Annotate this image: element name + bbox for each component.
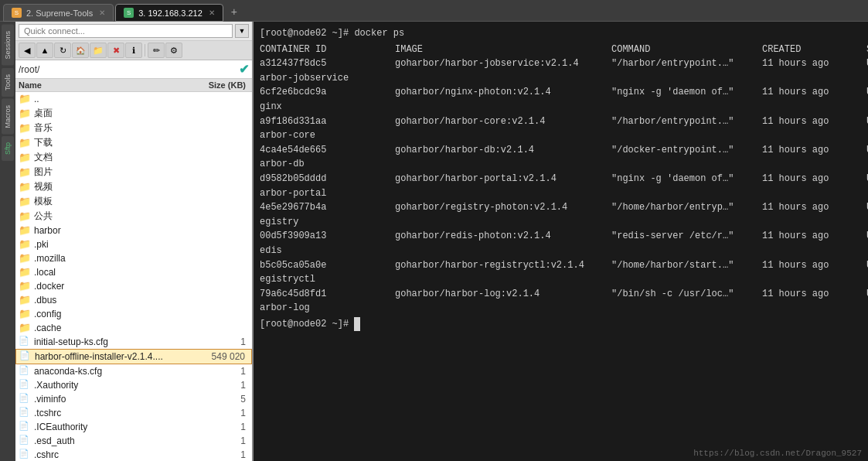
file-name: 文档: [34, 151, 187, 164]
terminal-name-row: arbor-log: [260, 301, 862, 316]
tab-icon-orange: S: [12, 8, 22, 18]
tab-supreme-tools[interactable]: S 2. Supreme-Tools ✕: [3, 4, 114, 22]
list-item[interactable]: 📄 .ICEauthority 1: [15, 420, 252, 434]
file-name: 模板: [34, 195, 187, 208]
terminal-data-row: 4ca4e54de665 goharbor/harbor-db:v2.1.4 "…: [260, 143, 862, 158]
list-item[interactable]: 📄 initial-setup-ks.cfg 1: [15, 335, 252, 349]
file-name: .cshrc: [34, 449, 187, 460]
container-id: 79a6c45d8fd1: [260, 287, 395, 302]
container-image: goharbor/harbor-db:v2.1.4: [395, 143, 611, 158]
settings-button[interactable]: ⚙: [165, 43, 182, 58]
file-size: 1: [187, 449, 249, 460]
col-header-image: IMAGE: [395, 43, 611, 57]
file-name: initial-setup-ks.cfg: [34, 336, 187, 347]
side-tab-tools[interactable]: Tools: [2, 68, 14, 97]
list-item[interactable]: 📁 .cache: [15, 321, 252, 335]
terminal-name-row: egistryctl: [260, 272, 862, 287]
delete-button[interactable]: ✖: [107, 43, 124, 58]
tab-192[interactable]: S 3. 192.168.3.212 ✕: [115, 4, 223, 22]
list-item[interactable]: 📁 桌面: [15, 106, 252, 121]
terminal-data-row: 4e5e29677b4a goharbor/registry-photon:v2…: [260, 200, 862, 215]
tab-supreme-tools-close[interactable]: ✕: [99, 9, 105, 17]
home-button[interactable]: 🏠: [72, 43, 89, 58]
path-input[interactable]: [19, 64, 236, 75]
folder-icon: 📁: [19, 166, 31, 179]
terminal-data-row: a312437f8dc5 goharbor/harbor-jobservice:…: [260, 56, 862, 71]
refresh-button[interactable]: ↻: [54, 43, 71, 58]
tab-192-label: 3. 192.168.3.212: [138, 9, 203, 18]
container-id: b5c05ca05a0e: [260, 258, 395, 273]
file-name: .esd_auth: [34, 435, 187, 446]
container-command: "nginx -g 'daemon of…": [611, 172, 762, 186]
list-item[interactable]: 📁 .config: [15, 307, 252, 321]
list-item[interactable]: 📁 下载: [15, 135, 252, 150]
list-item[interactable]: 📁 .mozilla: [15, 251, 252, 265]
info-button[interactable]: ℹ: [125, 43, 142, 58]
container-image: goharbor/harbor-portal:v2.1.4: [395, 172, 611, 186]
list-item[interactable]: 📁 ..: [15, 92, 252, 106]
terminal-data-row: 6cf2e6bcdc9a goharbor/nginx-photon:v2.1.…: [260, 85, 862, 100]
file-name: .tcshrc: [34, 408, 187, 418]
container-created: 11 hours ago: [762, 200, 866, 215]
folder-icon: 📁: [19, 322, 31, 334]
tab-192-close[interactable]: ✕: [209, 9, 215, 17]
new-folder-button[interactable]: 📁: [90, 43, 107, 58]
list-item[interactable]: 📄 .Xauthority 1: [15, 378, 252, 392]
quick-connect-input[interactable]: [19, 24, 233, 38]
terminal-data-row: 79a6c45d8fd1 goharbor/harbor-log:v2.1.4 …: [260, 287, 862, 302]
container-image: goharbor/harbor-registryctl:v2.1.4: [395, 258, 611, 273]
watermark: https://blog.csdn.net/Dragon_9527: [254, 447, 868, 461]
terminal-name-row: arbor-db: [260, 157, 862, 172]
side-tab-macros[interactable]: Macros: [2, 99, 14, 135]
tabs-bar: S 2. Supreme-Tools ✕ S 3. 192.168.3.212 …: [0, 0, 868, 22]
file-icon: 📄: [19, 449, 31, 461]
file-name: .Xauthority: [34, 380, 187, 391]
list-item[interactable]: 📁 音乐: [15, 121, 252, 135]
folder-icon: 📁: [19, 181, 31, 193]
tab-add-button[interactable]: +: [225, 2, 243, 21]
terminal-data-row: b5c05ca05a0e goharbor/harbor-registryctl…: [260, 258, 862, 273]
list-item[interactable]: 📄 .esd_auth 1: [15, 434, 252, 448]
terminal-name-row: edis: [260, 244, 862, 258]
list-item[interactable]: 📁 图片: [15, 165, 252, 179]
container-image: goharbor/harbor-jobservice:v2.1.4: [395, 56, 611, 71]
side-tab-sftp[interactable]: Sftp: [2, 136, 14, 161]
container-command: "/home/harbor/entryp…": [611, 200, 762, 215]
list-item[interactable]: 📁 公共: [15, 209, 252, 224]
nav-up-button[interactable]: ▲: [36, 43, 53, 58]
file-name: .local: [34, 267, 187, 278]
list-item[interactable]: 📁 .local: [15, 265, 252, 279]
rename-button[interactable]: ✏: [148, 43, 165, 58]
file-toolbar: ◀ ▲ ↻ 🏠 📁 ✖ ℹ ✏ ⚙: [15, 41, 252, 60]
file-name: .dbus: [34, 295, 187, 306]
harbor-installer-item[interactable]: 📄 harbor-offline-installer-v2.1.4.... 54…: [15, 349, 252, 364]
file-name: .docker: [34, 281, 187, 292]
list-item[interactable]: 📄 .viminfo 5: [15, 392, 252, 406]
list-item[interactable]: 📄 anaconda-ks.cfg 1: [15, 364, 252, 378]
side-tab-sessions[interactable]: Sessions: [2, 25, 14, 66]
container-id: 4ca4e54de665: [260, 143, 395, 158]
terminal-content[interactable]: [root@node02 ~]# docker ps CONTAINER ID …: [254, 22, 868, 447]
container-command: "/home/harbor/start.…": [611, 258, 762, 273]
list-item[interactable]: 📄 .cshrc 1: [15, 448, 252, 461]
file-size: 549 020: [186, 351, 248, 362]
list-item[interactable]: 📁 文档: [15, 150, 252, 165]
terminal-name-row: egistry: [260, 215, 862, 230]
file-name: ..: [34, 94, 187, 104]
file-name: .pki: [34, 239, 187, 250]
file-name: 公共: [34, 210, 187, 223]
list-item[interactable]: 📁 .docker: [15, 279, 252, 293]
list-item[interactable]: 📄 .tcshrc 1: [15, 406, 252, 420]
folder-icon: 📁: [19, 266, 31, 278]
file-name: harbor-offline-installer-v2.1.4....: [35, 351, 186, 362]
list-item[interactable]: 📁 .pki: [15, 237, 252, 251]
list-item[interactable]: 📁 harbor: [15, 224, 252, 237]
list-item[interactable]: 📁 视频: [15, 179, 252, 194]
folder-icon: 📁: [19, 280, 31, 292]
terminal-prompt-initial: [root@node02 ~]# docker ps: [260, 26, 862, 41]
nav-back-button[interactable]: ◀: [19, 43, 36, 58]
list-item[interactable]: 📁 .dbus: [15, 293, 252, 307]
quick-connect-dropdown[interactable]: ▼: [235, 24, 249, 38]
list-item[interactable]: 📁 模板: [15, 194, 252, 209]
col-header-created: CREATED: [762, 43, 866, 57]
